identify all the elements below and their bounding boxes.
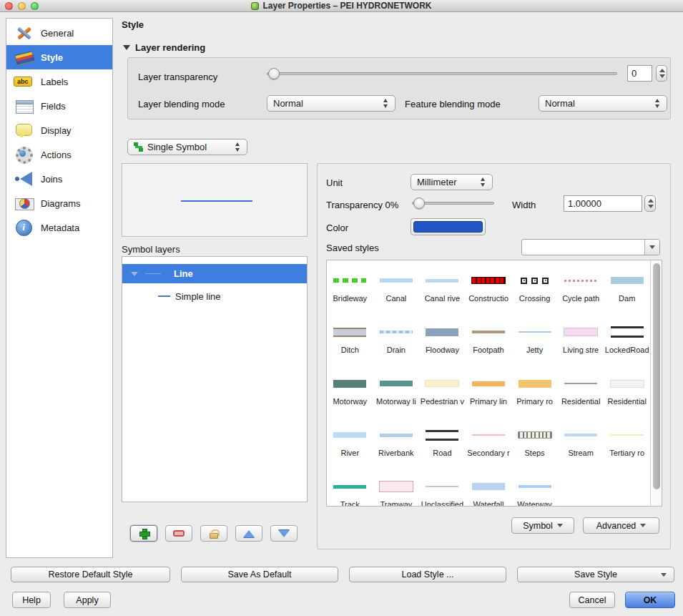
primarylink-line-swatch xyxy=(466,378,512,389)
style-item[interactable]: Waterway xyxy=(511,466,558,507)
advanced-menu-button[interactable]: Advanced xyxy=(583,517,659,534)
save-as-default-label: Save As Default xyxy=(228,569,292,580)
lock-symbol-layer-button[interactable] xyxy=(200,525,227,542)
saved-styles-combo[interactable] xyxy=(521,239,660,255)
style-item[interactable]: Stream xyxy=(558,415,604,466)
load-style-label: Load Style ... xyxy=(402,569,454,580)
move-up-button[interactable] xyxy=(235,525,262,542)
sidebar-item-style[interactable]: Style xyxy=(6,45,112,69)
width-stepper[interactable] xyxy=(644,195,656,212)
sidebar-item-display[interactable]: Display xyxy=(6,118,112,142)
renderer-value: Single Symbol xyxy=(147,142,207,152)
style-item[interactable]: Motorway xyxy=(327,363,373,415)
style-item[interactable]: Canal rive xyxy=(419,260,466,312)
style-item[interactable]: Cycle path xyxy=(558,260,604,312)
style-item[interactable]: Residential xyxy=(558,363,604,415)
layer-blending-label: Layer blending mode xyxy=(138,99,225,109)
abc-tag-icon xyxy=(14,72,35,91)
style-item-label: LockedRoad xyxy=(604,346,650,354)
slider-knob[interactable] xyxy=(268,68,280,79)
style-item[interactable]: Living stre xyxy=(558,312,604,363)
tree-row-line[interactable]: Line xyxy=(122,264,307,283)
drain-line-swatch xyxy=(373,326,420,338)
sidebar-item-general[interactable]: General xyxy=(6,21,112,45)
combo-dropdown-button[interactable] xyxy=(644,240,659,255)
style-item[interactable]: Waterfall xyxy=(466,466,512,507)
sidebar-item-fields[interactable]: Fields xyxy=(6,94,112,118)
updown-arrows-icon xyxy=(383,99,389,108)
style-item[interactable]: Secondary r xyxy=(466,415,512,466)
style-item[interactable]: Dam xyxy=(604,260,650,312)
style-item[interactable]: Canal xyxy=(373,260,420,312)
add-symbol-layer-button[interactable] xyxy=(130,525,157,542)
symbol-transparency-slider[interactable] xyxy=(412,196,494,210)
feature-blending-dropdown[interactable]: Normal xyxy=(539,95,667,112)
ok-button[interactable]: OK xyxy=(625,592,675,608)
width-input[interactable]: 1.00000 xyxy=(564,195,642,212)
renderer-dropdown[interactable]: Single Symbol xyxy=(127,139,247,155)
ok-label: OK xyxy=(644,595,657,605)
style-item[interactable]: LockedRoad xyxy=(604,312,650,363)
style-item[interactable]: Steps xyxy=(511,415,558,466)
style-item[interactable]: Unclassified xyxy=(419,466,466,507)
style-item[interactable]: Crossing xyxy=(511,260,558,312)
sidebar-item-metadata[interactable]: Metadata xyxy=(6,215,112,240)
tree-row-simple-line[interactable]: Simple line xyxy=(122,287,307,305)
close-window-button[interactable] xyxy=(5,2,13,10)
style-item-label: Primary ro xyxy=(511,397,558,406)
zoom-window-button[interactable] xyxy=(31,2,39,10)
scrollbar-thumb[interactable] xyxy=(653,263,660,489)
symbol-menu-button[interactable]: Symbol xyxy=(511,517,574,534)
color-button[interactable] xyxy=(411,218,486,235)
pie-chart-icon xyxy=(14,194,35,212)
layer-transparency-stepper[interactable] xyxy=(656,65,667,82)
style-item[interactable]: Floodway xyxy=(419,312,466,363)
style-item[interactable]: Track xyxy=(327,466,373,507)
layer-blending-dropdown[interactable]: Normal xyxy=(267,95,395,112)
motorway-line-swatch xyxy=(327,378,373,389)
style-item[interactable]: Jetty xyxy=(511,312,558,363)
cancel-button[interactable]: Cancel xyxy=(569,592,615,608)
style-item[interactable]: Primary lin xyxy=(466,363,512,415)
style-item[interactable]: Pedestrian v xyxy=(419,363,466,415)
motorwaylink-line-swatch xyxy=(373,378,420,389)
load-style-button[interactable]: Load Style ... xyxy=(349,567,506,582)
style-item[interactable]: Tertiary ro xyxy=(604,415,650,466)
sidebar-item-joins[interactable]: Joins xyxy=(6,167,112,191)
expand-triangle-icon[interactable] xyxy=(131,272,138,276)
style-item[interactable]: Bridleway xyxy=(327,260,373,312)
move-down-button[interactable] xyxy=(270,525,298,542)
vertical-scrollbar[interactable] xyxy=(650,260,662,506)
layer-transparency-value-input[interactable]: 0 xyxy=(627,65,652,82)
style-item[interactable]: Constructio xyxy=(466,260,512,312)
restore-default-style-label: Restore Default Style xyxy=(48,569,132,580)
style-item[interactable]: Drain xyxy=(373,312,420,363)
sidebar-item-diagrams[interactable]: Diagrams xyxy=(6,191,112,215)
unit-dropdown[interactable]: Millimeter xyxy=(411,174,493,190)
help-button[interactable]: Help xyxy=(12,592,51,608)
slider-knob[interactable] xyxy=(413,197,425,209)
style-item-label: Floodway xyxy=(419,346,466,354)
remove-symbol-layer-button[interactable] xyxy=(165,525,192,542)
style-item[interactable]: Primary ro xyxy=(511,363,558,415)
style-item[interactable]: Motorway li xyxy=(373,363,420,415)
minimize-window-button[interactable] xyxy=(18,2,26,10)
style-item[interactable]: Residential xyxy=(604,363,650,415)
sidebar-item-labels[interactable]: Labels xyxy=(6,69,112,94)
style-item[interactable]: Riverbank xyxy=(373,415,420,466)
style-item[interactable]: Footpath xyxy=(466,312,512,363)
save-as-default-button[interactable]: Save As Default xyxy=(181,567,338,582)
style-item[interactable]: Ditch xyxy=(327,312,373,363)
sidebar-item-actions[interactable]: Actions xyxy=(6,142,112,167)
color-swatch xyxy=(413,221,483,233)
style-item[interactable]: Tramway xyxy=(373,466,420,507)
track-line-swatch xyxy=(327,481,373,492)
layer-transparency-slider[interactable] xyxy=(267,67,617,81)
style-item[interactable]: River xyxy=(327,415,373,466)
save-style-button[interactable]: Save Style xyxy=(517,567,674,582)
layer-rendering-header[interactable]: Layer rendering xyxy=(123,42,205,53)
apply-button[interactable]: Apply xyxy=(64,592,111,608)
style-item[interactable]: Road xyxy=(419,415,466,466)
restore-default-style-button[interactable]: Restore Default Style xyxy=(11,567,170,582)
minus-icon xyxy=(173,530,185,537)
